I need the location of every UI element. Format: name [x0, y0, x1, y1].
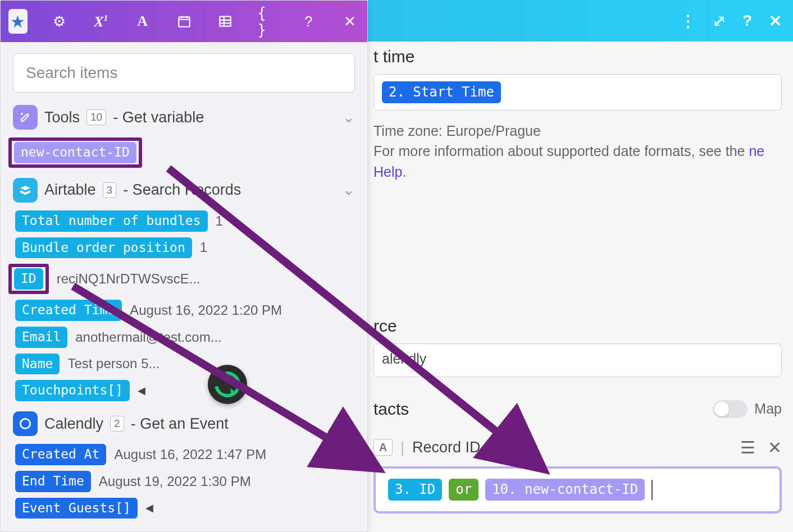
val-id: reciNQ1NrDTWSvscE... [57, 271, 200, 287]
collapse-left-icon[interactable]: ◀ [138, 384, 145, 397]
group-airtable-head[interactable]: Airtable 3 - Search Records ⌄ [13, 178, 355, 203]
pill-total-bundles[interactable]: Total number of bundles [15, 210, 208, 232]
tab-math[interactable]: X1 [92, 9, 111, 34]
pill-3-id[interactable]: 3. ID [388, 479, 442, 501]
chevron-down-icon: ⌄ [343, 109, 355, 126]
group-calendly-head[interactable]: Calendly 2 - Get an Event ⌄ [13, 411, 355, 436]
tools-icon [13, 105, 38, 130]
val-email: anothermail@test.com... [75, 329, 221, 345]
svg-point-2 [21, 113, 22, 114]
chevron-down-icon: ⌄ [343, 181, 355, 199]
field-label-source: rce [373, 317, 782, 336]
map-label: Map [754, 401, 782, 417]
airtable-icon [13, 178, 38, 203]
tab-help-icon[interactable]: ? [299, 9, 318, 34]
record-head: A | Record ID 1 ☰ ✕ [373, 438, 782, 457]
record-id-input[interactable]: 3. ID or 10. new-contact-ID [373, 466, 782, 513]
pill-email[interactable]: Email [15, 327, 67, 348]
val-end-time: August 19, 2022 1:30 PM [99, 474, 251, 489]
pill-name[interactable]: Name [15, 354, 60, 375]
tab-settings-icon[interactable]: ⚙ [50, 9, 69, 34]
field-source-value: alendly [382, 351, 426, 366]
grammarly-icon[interactable] [208, 365, 247, 404]
map-toggle[interactable] [713, 400, 748, 418]
svg-rect-1 [220, 16, 231, 26]
tab-favorites[interactable]: ★ [8, 9, 28, 34]
text-type-icon: A [373, 439, 393, 456]
hint-timezone: Time zone: Europe/Prague [373, 121, 782, 141]
svg-rect-0 [179, 17, 190, 26]
group-calendly-name: Calendly [44, 415, 103, 433]
help-icon[interactable]: ? [742, 12, 752, 30]
field-start-time[interactable]: 2. Start Time [373, 74, 782, 111]
group-tools-head[interactable]: Tools 10 - Get variable ⌄ [13, 105, 355, 130]
collapse-left-icon[interactable]: ◀ [145, 502, 153, 514]
val-name: Test person 5... [67, 356, 159, 372]
calendly-icon [13, 411, 38, 436]
val-created-time: August 16, 2022 1:20 PM [130, 302, 282, 318]
pill-new-contact-id[interactable]: new-contact-ID [14, 142, 136, 163]
record-title: Record ID 1 [412, 439, 493, 456]
highlighted-pill-box-id: ID [8, 264, 49, 294]
val-created-at: August 16, 2022 1:47 PM [114, 447, 266, 462]
search-input[interactable] [13, 53, 355, 93]
group-tools-suffix: - Get variable [113, 109, 204, 126]
hint-info-prefix: For more information about supported dat… [373, 143, 749, 159]
pill-touchpoints[interactable]: Touchpoints[] [15, 380, 130, 401]
pill-10-new-contact-id[interactable]: 10. new-contact-ID [485, 479, 645, 501]
group-calendly: Calendly 2 - Get an Event ⌄ Created AtAu… [13, 411, 355, 519]
tab-close-icon[interactable]: ✕ [340, 9, 359, 34]
group-airtable: Airtable 3 - Search Records ⌄ Total numb… [13, 178, 355, 401]
group-calendly-badge: 2 [110, 416, 124, 432]
tab-braces-icon[interactable]: { } [257, 9, 276, 34]
group-tools-badge: 10 [86, 109, 106, 125]
group-airtable-name: Airtable [44, 181, 96, 199]
group-airtable-suffix: - Search Records [123, 181, 241, 199]
val-total-bundles: 1 [216, 213, 223, 229]
pill-created-time[interactable]: Created Time [15, 300, 122, 321]
field-source[interactable]: alendly [373, 343, 782, 377]
pill-id[interactable]: ID [14, 268, 43, 290]
kebab-menu-icon[interactable]: ⋮ [680, 12, 696, 30]
pill-bundle-order[interactable]: Bundle order position [15, 237, 192, 259]
val-bundle-order: 1 [200, 240, 207, 255]
tab-text[interactable]: A [133, 9, 152, 34]
expand-icon[interactable]: ⤢ [713, 12, 726, 30]
group-tools-name: Tools [44, 109, 80, 126]
menu-icon[interactable]: ☰ [740, 438, 755, 457]
remove-icon[interactable]: ✕ [768, 438, 782, 457]
mapper-panel: ★ ⚙ X1 A { } ? ✕ Tools 10 - Get variable… [0, 0, 368, 532]
pill-or[interactable]: or [449, 479, 478, 501]
group-airtable-badge: 3 [103, 182, 117, 198]
tab-date-icon[interactable] [175, 9, 194, 34]
pill-end-time[interactable]: End Time [15, 471, 91, 492]
module-header-bar: ⋮ ⤢ ? ✕ [368, 0, 793, 42]
pill-created-at[interactable]: Created At [15, 444, 106, 465]
pill-event-guests[interactable]: Event Guests[] [15, 498, 138, 519]
form-area: t time 2. Start Time Time zone: Europe/P… [368, 42, 793, 513]
group-tools: Tools 10 - Get variable ⌄ new-contact-ID [13, 105, 355, 168]
field-label-time: t time [373, 47, 782, 66]
pill-start-time[interactable]: 2. Start Time [382, 81, 501, 103]
hint-info: For more information about supported dat… [373, 141, 782, 182]
chevron-down-icon: ⌄ [343, 415, 355, 433]
group-calendly-suffix: - Get an Event [131, 415, 229, 433]
mapper-body: Tools 10 - Get variable ⌄ new-contact-ID… [1, 42, 367, 531]
highlighted-pill-box: new-contact-ID [8, 137, 142, 168]
tab-table-icon[interactable] [216, 9, 235, 34]
field-label-contacts: tacts [373, 400, 409, 419]
close-icon[interactable]: ✕ [769, 12, 782, 30]
mapper-tabbar: ★ ⚙ X1 A { } ? ✕ [1, 1, 367, 42]
text-cursor [651, 480, 653, 500]
